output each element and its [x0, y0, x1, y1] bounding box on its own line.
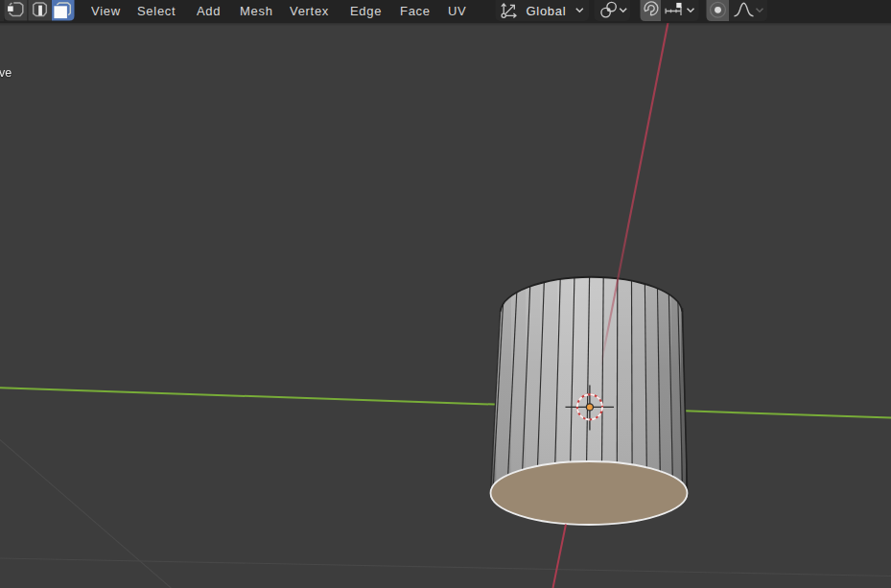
svg-text:Global: Global: [527, 4, 567, 18]
